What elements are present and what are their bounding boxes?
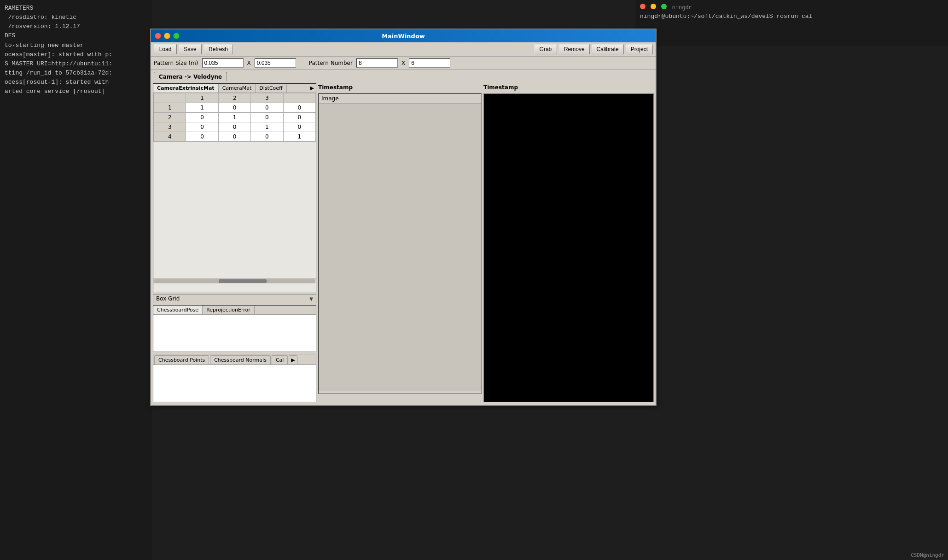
timestamp-label-mid: Timestamp bbox=[318, 83, 482, 92]
cell-4-2: 0 bbox=[218, 132, 250, 142]
cell-2-1: 0 bbox=[186, 113, 218, 122]
right-image-area bbox=[483, 93, 654, 402]
term-line-13: arted core service [/rosout] bbox=[5, 87, 147, 96]
cell-3-3: 1 bbox=[251, 122, 283, 132]
matrix-table: 1 2 3 1 1 0 0 0 bbox=[153, 93, 316, 142]
cell-3-2: 0 bbox=[218, 122, 250, 132]
cal-tab[interactable]: Cal bbox=[272, 355, 288, 364]
table-row: 1 1 0 0 0 bbox=[154, 103, 316, 113]
grab-button[interactable]: Grab bbox=[534, 44, 557, 54]
term-line-12: ocess[rosout-1]: started with bbox=[5, 78, 147, 87]
matrix-tab-more[interactable]: ▶ bbox=[308, 84, 316, 92]
term-line-1: RAMETERS bbox=[5, 4, 147, 13]
col-header-2: 2 bbox=[218, 93, 250, 103]
bottom-tabs-container: ChessboardPose ReprojectionError bbox=[153, 305, 316, 352]
term-line-3: /rosversion: 1.12.17 bbox=[5, 22, 147, 31]
image-header: Image bbox=[319, 94, 481, 104]
title-bar: MainWindow bbox=[151, 29, 656, 42]
cell-1-1: 1 bbox=[186, 103, 218, 113]
row-header-4: 4 bbox=[154, 132, 186, 142]
close-button[interactable] bbox=[155, 33, 161, 39]
matrix-scrollbar-h[interactable] bbox=[153, 278, 316, 283]
toolbar: Load Save Refresh Grab Remove Calibrate … bbox=[151, 42, 656, 57]
camera-extrinsic-tab[interactable]: CameraExtrinsicMat bbox=[153, 84, 219, 92]
window-controls[interactable] bbox=[155, 33, 180, 39]
term-line-5: DES bbox=[5, 31, 147, 40]
terminal-right-line: ningdr@ubuntu:~/soft/catkin_ws/devel$ ro… bbox=[640, 13, 943, 20]
pattern-size-y-input[interactable] bbox=[255, 58, 296, 68]
box-grid-label: Box Grid bbox=[156, 295, 180, 302]
cell-1-2: 0 bbox=[218, 103, 250, 113]
chess-content-area bbox=[153, 365, 316, 402]
term-line-7: to-starting new master bbox=[5, 41, 147, 50]
camera-tab-bar: Camera -> Velodyne bbox=[151, 70, 656, 81]
image-area: Image bbox=[318, 93, 482, 394]
camera-velodyne-tab[interactable]: Camera -> Velodyne bbox=[154, 72, 227, 81]
window-title: MainWindow bbox=[382, 33, 425, 40]
pattern-size-x-input[interactable] bbox=[202, 58, 244, 68]
content-area: CameraExtrinsicMat CameraMat DistCoeff ▶… bbox=[151, 81, 656, 404]
reprojection-error-tab[interactable]: ReprojectionError bbox=[203, 306, 255, 314]
box-grid-dropdown[interactable]: Box Grid ▼ bbox=[153, 294, 316, 303]
cell-2-2: 1 bbox=[218, 113, 250, 122]
bottom-content-area bbox=[153, 315, 316, 352]
remove-button[interactable]: Remove bbox=[559, 44, 590, 54]
table-row: 3 0 0 1 0 bbox=[154, 122, 316, 132]
image-content bbox=[319, 104, 481, 391]
col-header-empty bbox=[154, 93, 186, 103]
chessboard-normals-tab[interactable]: Chessboard Normals bbox=[210, 355, 271, 364]
row-header-3: 3 bbox=[154, 122, 186, 132]
table-row: 4 0 0 0 1 bbox=[154, 132, 316, 142]
cell-4-1: 0 bbox=[186, 132, 218, 142]
right-timestamp-label: Timestamp bbox=[483, 83, 654, 92]
params-row: Pattern Size (m) X Pattern Number X bbox=[151, 57, 656, 70]
terminal-left: RAMETERS /rosdistro: kinetic /rosversion… bbox=[0, 0, 152, 560]
cell-1-3: 0 bbox=[251, 103, 283, 113]
term-line-11: tting /run_id to 57cb31aa-72d: bbox=[5, 69, 147, 78]
maximize-button[interactable] bbox=[173, 33, 180, 39]
toolbar-right: Grab Remove Calibrate Project bbox=[534, 44, 653, 54]
load-button[interactable]: Load bbox=[154, 44, 177, 54]
cell-3-1: 0 bbox=[186, 122, 218, 132]
row-header-2: 2 bbox=[154, 113, 186, 122]
cell-2-3: 0 bbox=[251, 113, 283, 122]
cell-3-4: 0 bbox=[283, 122, 315, 132]
main-window: MainWindow Load Save Refresh Grab Remove… bbox=[150, 29, 657, 406]
refresh-button[interactable]: Refresh bbox=[204, 44, 233, 54]
matrix-container: CameraExtrinsicMat CameraMat DistCoeff ▶… bbox=[153, 83, 316, 292]
row-header-1: 1 bbox=[154, 103, 186, 113]
chess-tab-more[interactable]: ▶ bbox=[289, 355, 297, 364]
x-label-2: X bbox=[401, 60, 405, 66]
cell-2-4: 0 bbox=[283, 113, 315, 122]
camera-mat-tab[interactable]: CameraMat bbox=[219, 84, 256, 92]
dropdown-arrow-icon: ▼ bbox=[309, 296, 313, 301]
terminal-right: ningdr ningdr@ubuntu:~/soft/catkin_ws/de… bbox=[635, 0, 948, 46]
chessboard-tabs: Chessboard Points Chessboard Normals Cal… bbox=[153, 354, 316, 365]
right-panel: Timestamp bbox=[483, 83, 654, 402]
middle-scrollbar-bottom[interactable] bbox=[318, 396, 482, 402]
middle-panel: Timestamp Image bbox=[318, 83, 482, 402]
cell-4-4: 1 bbox=[283, 132, 315, 142]
term-line-9: S_MASTER_URI=http://ubuntu:11: bbox=[5, 59, 147, 69]
pattern-size-label: Pattern Size (m) bbox=[154, 60, 198, 66]
left-panel: CameraExtrinsicMat CameraMat DistCoeff ▶… bbox=[153, 83, 316, 402]
project-button[interactable]: Project bbox=[626, 44, 653, 54]
watermark: CSDN@ningdr bbox=[911, 552, 944, 558]
bottom-tabs: ChessboardPose ReprojectionError bbox=[153, 306, 316, 315]
matrix-tabs: CameraExtrinsicMat CameraMat DistCoeff ▶ bbox=[153, 84, 316, 93]
col-header-3: 3 bbox=[251, 93, 283, 103]
chessboard-tabs-container: Chessboard Points Chessboard Normals Cal… bbox=[153, 354, 316, 402]
pattern-number-label: Pattern Number bbox=[309, 60, 353, 66]
pattern-number-x-input[interactable] bbox=[356, 58, 398, 68]
calibrate-button[interactable]: Calibrate bbox=[592, 44, 624, 54]
scrollbar-thumb bbox=[219, 279, 267, 283]
save-button[interactable]: Save bbox=[179, 44, 202, 54]
chessboard-pose-tab[interactable]: ChessboardPose bbox=[153, 306, 203, 314]
pattern-number-y-input[interactable] bbox=[409, 58, 450, 68]
chessboard-points-tab[interactable]: Chessboard Points bbox=[154, 355, 209, 364]
dist-coeff-tab[interactable]: DistCoeff bbox=[256, 84, 286, 92]
matrix-scroll-area[interactable]: 1 2 3 1 1 0 0 0 bbox=[153, 93, 316, 278]
cell-1-4: 0 bbox=[283, 103, 315, 113]
minimize-button[interactable] bbox=[164, 33, 170, 39]
term-line-2: /rosdistro: kinetic bbox=[5, 13, 147, 22]
